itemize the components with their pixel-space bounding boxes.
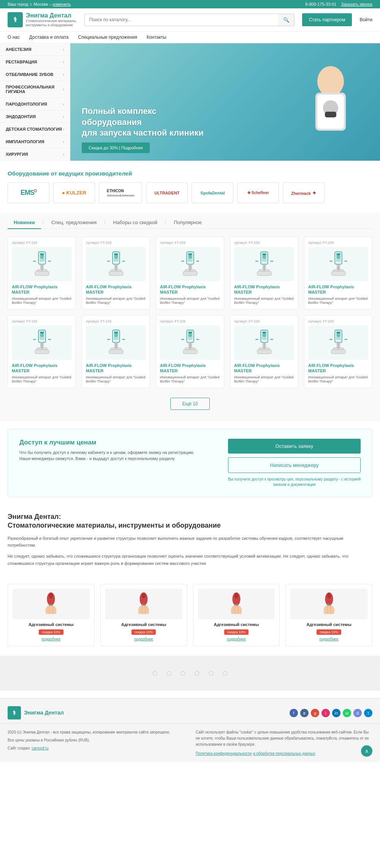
cat-surgery[interactable]: ХИРУРГИЯ ›: [0, 148, 70, 161]
product-card[interactable]: Артикул: FT-229 AIR-FLOW Prophylaxis MAS…: [8, 237, 76, 310]
personal-data-link[interactable]: и обработки персональных данных: [253, 751, 315, 756]
cat-anesthesia[interactable]: АНЕСТЕЗИЯ ›: [0, 43, 70, 56]
social-telegram[interactable]: t: [364, 709, 372, 717]
promo-card-title: Адгезивный системы: [290, 622, 367, 627]
creator-link[interactable]: camouf.ru: [32, 746, 48, 750]
social-facebook[interactable]: f: [290, 709, 298, 717]
cta-right: Оставить заявку Написать менеджеру Вы по…: [228, 439, 361, 487]
svg-rect-63: [35, 350, 49, 354]
promo-badge: скидка 10%: [39, 629, 63, 635]
promo-card[interactable]: Адгезивный системы скидка 10% подробнее: [100, 584, 187, 646]
nav-delivery[interactable]: Доставка и оплата: [29, 35, 69, 40]
brands-title: Оборудование от ведущих производителей: [8, 170, 372, 177]
svg-rect-25: [107, 261, 110, 262]
cat-periodontology[interactable]: ПАРОДОНТОЛОГИЯ ›: [0, 98, 70, 111]
search-bar[interactable]: 🔍: [84, 14, 294, 26]
search-button[interactable]: 🔍: [279, 14, 294, 26]
footer-logo: ⚕ Энигма Дентал: [8, 706, 68, 719]
product-card[interactable]: Артикул: FT-229 AIR-FLOW Prophylaxis MAS…: [304, 237, 372, 310]
product-card[interactable]: Артикул: FT-229 AIR-FLOW Prophylaxis MAS…: [82, 315, 150, 388]
product-description: Инновационный аппарат для "Guided Biofil…: [308, 297, 368, 305]
footer-right: Сайт использует файлы "cookie" с целью п…: [196, 729, 372, 757]
hero-illustration: [293, 58, 369, 146]
product-card[interactable]: Артикул: FT-229 AIR-FLOW Prophylaxis MAS…: [156, 315, 224, 388]
brand-ems[interactable]: EMSD: [8, 182, 49, 203]
product-card[interactable]: Артикул: FT-229 AIR-FLOW Prophylaxis MAS…: [156, 237, 224, 310]
product-device-icon: [324, 250, 353, 278]
login-button[interactable]: Войти: [359, 17, 372, 22]
cat-whitening[interactable]: ОТБЕЛИВАНИЕ ЗУБОВ ›: [0, 68, 70, 81]
tab-specials[interactable]: Спец. предложения: [45, 217, 103, 229]
nav-contacts[interactable]: Контакты: [147, 35, 166, 40]
svg-rect-13: [35, 271, 49, 275]
promo-card-title: Адгезивный системы: [105, 622, 182, 627]
social-vk[interactable]: в: [300, 709, 309, 717]
nav-about[interactable]: О нас: [8, 35, 20, 40]
promo-card[interactable]: Адгезивный системы скидка 10% подробнее: [193, 584, 280, 646]
svg-text:⚕: ⚕: [13, 710, 16, 716]
product-sku: Артикул: FT-229: [308, 241, 368, 245]
product-device-icon: [176, 250, 204, 278]
product-card[interactable]: Артикул: FT-229 AIR-FLOW Prophylaxis MAS…: [304, 315, 372, 388]
social-google[interactable]: g: [311, 709, 319, 717]
promo-detail-link[interactable]: подробнее: [105, 637, 182, 641]
brand-ultradent[interactable]: ULTRADENT: [146, 182, 188, 203]
svg-point-80: [188, 334, 192, 337]
promo-card[interactable]: Адгезивный системы скидка 10% подробнее: [8, 584, 95, 646]
cat-implants[interactable]: ИМПЛАНТОЛОГИЯ ›: [0, 136, 70, 148]
promo-detail-link[interactable]: подробнее: [13, 637, 90, 641]
product-card[interactable]: Артикул: FT-229 AIR-FLOW Prophylaxis MAS…: [82, 237, 150, 310]
header: ⚕ Энигма Дентал Стоматологические матери…: [0, 8, 380, 32]
product-name: AIR-FLOW Prophylaxis MASTER: [160, 363, 220, 374]
brand-ethicon[interactable]: ETHICONJohnson&Johnson: [99, 182, 142, 203]
partner-button[interactable]: Стать партнером: [302, 13, 352, 26]
brand-zhermack[interactable]: Zhermack ✦: [283, 182, 325, 203]
tab-popular[interactable]: Популярное: [168, 217, 207, 229]
cat-restoration[interactable]: РЕСТАВРАЦИЯ ›: [0, 56, 70, 68]
promo-card[interactable]: Адгезивный системы скидка 15% подробнее: [285, 584, 372, 646]
tab-bundles[interactable]: Наборы со скидкой: [107, 217, 163, 229]
social-linkedin[interactable]: in: [332, 709, 340, 717]
promo-product-icon: [316, 591, 342, 617]
svg-point-2: [317, 66, 344, 96]
svg-rect-15: [33, 261, 36, 262]
arrow-icon: ›: [63, 73, 64, 77]
logo-name: Энигма Дентал: [26, 12, 77, 19]
product-card[interactable]: Артикул: FT-229 AIR-FLOW Prophylaxis MAS…: [8, 315, 76, 388]
brand-scheftner[interactable]: ✚ Scheftner: [237, 182, 279, 203]
product-device-icon: [28, 328, 56, 357]
cat-children[interactable]: ДЕТСКАЯ СТОМАТОЛОГИЯ ›: [0, 123, 70, 136]
contact-manager-button[interactable]: Написать менеджеру: [228, 457, 361, 473]
load-more-button[interactable]: Ещё 10: [170, 398, 209, 410]
social-whatsapp[interactable]: w: [343, 709, 351, 717]
product-device-icon: [28, 250, 56, 278]
product-name: AIR-FLOW Prophylaxis MASTER: [160, 284, 220, 295]
city-change-link[interactable]: изменить: [52, 2, 71, 6]
promo-grid: Адгезивный системы скидка 10% подробнее …: [8, 584, 372, 646]
promo-detail-link[interactable]: подробнее: [290, 637, 367, 641]
social-discord[interactable]: d: [353, 709, 362, 717]
brand-spofa[interactable]: SpofaDental: [192, 182, 233, 203]
cat-hygiene[interactable]: ПРОФЕССИОНАЛЬНАЯ ГИГИЕНА ›: [0, 81, 70, 98]
privacy-policy-link[interactable]: Политика конфиденциальности: [196, 751, 252, 756]
cat-endodontics[interactable]: ЭНДОДОНТИЯ ›: [0, 111, 70, 123]
hero-cta-button[interactable]: Скидка до 30% | Подробнее: [82, 142, 150, 153]
product-image: [308, 326, 368, 360]
promo-detail-link[interactable]: подробнее: [198, 637, 275, 641]
nav-specials[interactable]: Специальные предложения: [78, 35, 137, 40]
svg-rect-89: [262, 332, 266, 334]
tab-new[interactable]: Новинки: [8, 217, 41, 229]
product-card[interactable]: Артикул: FT-229 AIR-FLOW Prophylaxis MAS…: [230, 315, 298, 388]
cta-note: Вы получите доступ к просмотру цен, перс…: [228, 477, 361, 487]
brand-kulzer[interactable]: ● KULZER: [53, 182, 95, 203]
product-grid: Артикул: FT-229 AIR-FLOW Prophylaxis MAS…: [8, 237, 372, 388]
social-instagram[interactable]: i: [321, 709, 330, 717]
submit-request-button[interactable]: Оставить заявку: [228, 439, 361, 454]
footer-copyright: 2020 (c) Энигма Дентал - все права защищ…: [8, 729, 184, 735]
search-input[interactable]: [85, 14, 279, 26]
promo-badge: скидка 10%: [131, 629, 156, 635]
callback-link[interactable]: Заказать звонок: [341, 2, 372, 6]
main-nav: О нас Доставка и оплата Специальные пред…: [0, 32, 380, 43]
product-card[interactable]: Артикул: FT-229 AIR-FLOW Prophylaxis MAS…: [230, 237, 298, 310]
products-section: Новинки / Спец. предложения / Наборы со …: [0, 213, 380, 421]
